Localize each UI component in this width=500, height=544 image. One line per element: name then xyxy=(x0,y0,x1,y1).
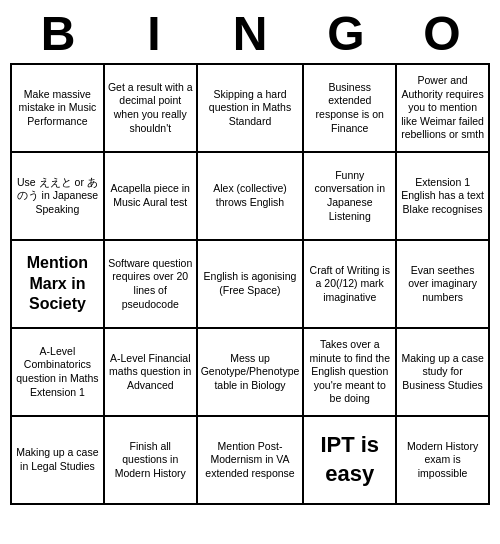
bingo-cell-16: A-Level Financial maths question in Adva… xyxy=(105,329,198,417)
bingo-cell-10: Mention Marx in Society xyxy=(12,241,105,329)
cell-text-14: Evan seethes over imaginary numbers xyxy=(400,264,485,305)
bingo-cell-5: Use ええと or あのう in Japanese Speaking xyxy=(12,153,105,241)
bingo-cell-19: Making up a case study for Business Stud… xyxy=(397,329,490,417)
bingo-cell-2: Skipping a hard question in Maths Standa… xyxy=(198,65,305,153)
cell-text-12: English is agonising (Free Space) xyxy=(201,270,300,297)
cell-text-23: IPT is easy xyxy=(307,431,392,488)
cell-text-22: Mention Post-Modernism in VA extended re… xyxy=(201,440,300,481)
cell-text-21: Finish all questions in Modern History xyxy=(108,440,193,481)
bingo-cell-20: Making up a case in Legal Studies xyxy=(12,417,105,505)
cell-text-19: Making up a case study for Business Stud… xyxy=(400,352,485,393)
bingo-cell-11: Software question requires over 20 lines… xyxy=(105,241,198,329)
cell-text-3: Business extended response is on Finance xyxy=(307,81,392,136)
cell-text-10: Mention Marx in Society xyxy=(15,253,100,315)
bingo-cell-1: Get a result with a decimal point when y… xyxy=(105,65,198,153)
cell-text-16: A-Level Financial maths question in Adva… xyxy=(108,352,193,393)
bingo-letter-b: B xyxy=(14,6,102,61)
bingo-cell-6: Acapella piece in Music Aural test xyxy=(105,153,198,241)
bingo-cell-17: Mess up Genotype/Phenotype table in Biol… xyxy=(198,329,305,417)
bingo-cell-0: Make massive mistake in Music Performanc… xyxy=(12,65,105,153)
bingo-cell-14: Evan seethes over imaginary numbers xyxy=(397,241,490,329)
cell-text-13: Craft of Writing is a 20(/12) mark imagi… xyxy=(307,264,392,305)
cell-text-0: Make massive mistake in Music Performanc… xyxy=(15,88,100,129)
cell-text-24: Modern History exam is impossible xyxy=(400,440,485,481)
bingo-cell-8: Funny conversation in Japanese Listening xyxy=(304,153,397,241)
cell-text-4: Power and Authority requires you to ment… xyxy=(400,74,485,142)
cell-text-18: Takes over a minute to find the English … xyxy=(307,338,392,406)
bingo-cell-15: A-Level Combinatorics question in Maths … xyxy=(12,329,105,417)
bingo-letter-n: N xyxy=(206,6,294,61)
bingo-cell-13: Craft of Writing is a 20(/12) mark imagi… xyxy=(304,241,397,329)
bingo-letter-g: G xyxy=(302,6,390,61)
cell-text-11: Software question requires over 20 lines… xyxy=(108,257,193,312)
bingo-cell-12: English is agonising (Free Space) xyxy=(198,241,305,329)
bingo-cell-23: IPT is easy xyxy=(304,417,397,505)
cell-text-9: Extension 1 English has a text Blake rec… xyxy=(400,176,485,217)
bingo-letter-o: O xyxy=(398,6,486,61)
bingo-cell-7: Alex (collective) throws English xyxy=(198,153,305,241)
bingo-cell-4: Power and Authority requires you to ment… xyxy=(397,65,490,153)
bingo-cell-3: Business extended response is on Finance xyxy=(304,65,397,153)
bingo-cell-22: Mention Post-Modernism in VA extended re… xyxy=(198,417,305,505)
cell-text-17: Mess up Genotype/Phenotype table in Biol… xyxy=(201,352,300,393)
bingo-header: BINGO xyxy=(10,0,490,63)
bingo-letter-i: I xyxy=(110,6,198,61)
cell-text-7: Alex (collective) throws English xyxy=(201,182,300,209)
bingo-cell-24: Modern History exam is impossible xyxy=(397,417,490,505)
bingo-grid: Make massive mistake in Music Performanc… xyxy=(10,63,490,505)
cell-text-5: Use ええと or あのう in Japanese Speaking xyxy=(15,176,100,217)
bingo-cell-18: Takes over a minute to find the English … xyxy=(304,329,397,417)
bingo-cell-9: Extension 1 English has a text Blake rec… xyxy=(397,153,490,241)
bingo-cell-21: Finish all questions in Modern History xyxy=(105,417,198,505)
cell-text-1: Get a result with a decimal point when y… xyxy=(108,81,193,136)
cell-text-8: Funny conversation in Japanese Listening xyxy=(307,169,392,224)
cell-text-15: A-Level Combinatorics question in Maths … xyxy=(15,345,100,400)
cell-text-6: Acapella piece in Music Aural test xyxy=(108,182,193,209)
cell-text-2: Skipping a hard question in Maths Standa… xyxy=(201,88,300,129)
cell-text-20: Making up a case in Legal Studies xyxy=(15,446,100,473)
